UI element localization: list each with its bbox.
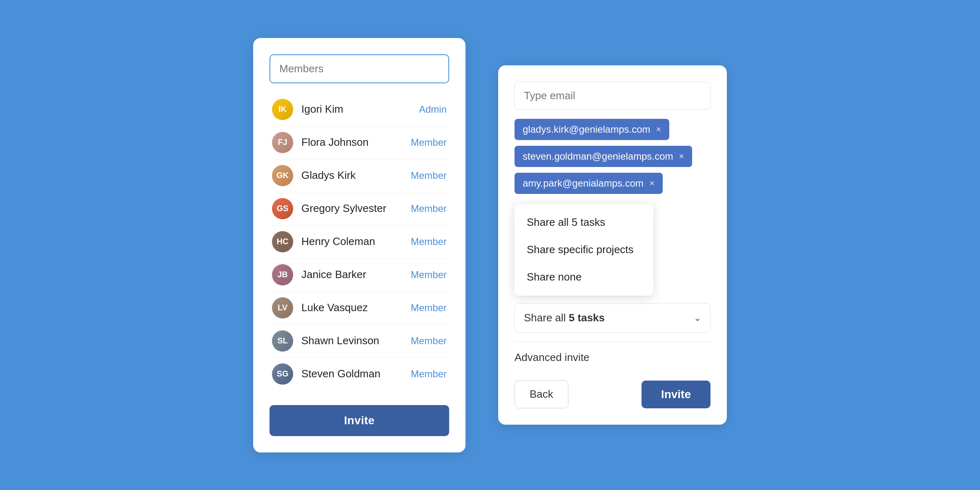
tag-remove-button[interactable]: × <box>679 152 684 161</box>
member-name: Luke Vasquez <box>301 301 411 314</box>
email-tag: gladys.kirk@genielamps.com× <box>514 119 669 140</box>
member-role: Admin <box>419 104 447 115</box>
member-role: Member <box>411 137 447 148</box>
invite-card: gladys.kirk@genielamps.com×steven.goldma… <box>498 65 727 425</box>
avatar: GS <box>272 198 293 219</box>
member-role: Member <box>411 302 447 314</box>
share-selector[interactable]: Share all 5 tasks ⌄ <box>514 303 710 333</box>
member-row[interactable]: GKGladys KirkMember <box>270 159 449 192</box>
member-row[interactable]: JBJanice BarkerMember <box>270 258 449 292</box>
bottom-row: Back Invite <box>514 380 710 408</box>
member-name: Steven Goldman <box>301 368 411 380</box>
dropdown-item-all[interactable]: Share all 5 tasks <box>514 209 653 236</box>
member-role: Member <box>411 203 447 214</box>
share-dropdown-area: Share all 5 tasksShare specific projects… <box>514 204 710 364</box>
member-name: Shawn Levinson <box>301 334 411 347</box>
avatar: GK <box>272 165 293 186</box>
member-name: Gladys Kirk <box>301 169 411 182</box>
avatar: HC <box>272 231 293 252</box>
member-row[interactable]: SLShawn LevinsonMember <box>270 325 449 358</box>
share-selector-bold: 5 tasks <box>569 312 605 324</box>
dropdown-menu: Share all 5 tasksShare specific projects… <box>514 204 653 296</box>
member-role: Member <box>411 335 447 347</box>
chevron-down-icon: ⌄ <box>694 313 701 323</box>
invite-button[interactable]: Invite <box>270 405 449 436</box>
member-role: Member <box>411 236 447 247</box>
invite-button-right[interactable]: Invite <box>641 381 710 408</box>
divider <box>514 342 710 342</box>
email-tags-area: gladys.kirk@genielamps.com×steven.goldma… <box>514 119 710 194</box>
member-role: Member <box>411 368 447 380</box>
tag-email: steven.goldman@genielamps.com <box>523 151 673 162</box>
dropdown-item-none[interactable]: Share none <box>514 263 653 291</box>
member-row[interactable]: HCHenry ColemanMember <box>270 225 449 258</box>
avatar: SG <box>272 363 293 385</box>
avatar: FJ <box>272 132 293 153</box>
tag-remove-button[interactable]: × <box>649 179 655 188</box>
member-row[interactable]: FJFlora JohnsonMember <box>270 126 449 159</box>
member-row[interactable]: SGSteven GoldmanMember <box>270 358 449 390</box>
member-name: Janice Barker <box>301 268 411 281</box>
advanced-invite-link[interactable]: Advanced invite <box>514 351 710 364</box>
tag-email: amy.park@genialamps.com <box>523 178 644 189</box>
member-name: Henry Coleman <box>301 235 411 248</box>
email-input[interactable] <box>514 82 710 110</box>
email-tag: amy.park@genialamps.com× <box>514 173 663 194</box>
tag-remove-button[interactable]: × <box>656 125 661 134</box>
back-button[interactable]: Back <box>514 380 568 408</box>
member-list: IKIgori KimAdminFJFlora JohnsonMemberGKG… <box>270 93 449 390</box>
member-name: Flora Johnson <box>301 136 411 149</box>
member-name: Igori Kim <box>301 103 419 116</box>
member-row[interactable]: LVLuke VasquezMember <box>270 292 449 325</box>
email-tag: steven.goldman@genielamps.com× <box>514 146 692 167</box>
share-selector-text: Share all 5 tasks <box>524 312 605 324</box>
dropdown-item-specific[interactable]: Share specific projects <box>514 236 653 263</box>
member-role: Member <box>411 170 447 181</box>
member-row[interactable]: IKIgori KimAdmin <box>270 93 449 126</box>
avatar: JB <box>272 264 293 285</box>
avatar: LV <box>272 297 293 318</box>
search-input[interactable] <box>270 54 449 83</box>
avatar: IK <box>272 99 293 120</box>
tag-email: gladys.kirk@genielamps.com <box>523 124 650 135</box>
members-card: IKIgori KimAdminFJFlora JohnsonMemberGKG… <box>253 38 466 452</box>
member-name: Gregory Sylvester <box>301 202 411 215</box>
avatar: SL <box>272 330 293 352</box>
member-role: Member <box>411 269 447 281</box>
member-row[interactable]: GSGregory SylvesterMember <box>270 192 449 225</box>
